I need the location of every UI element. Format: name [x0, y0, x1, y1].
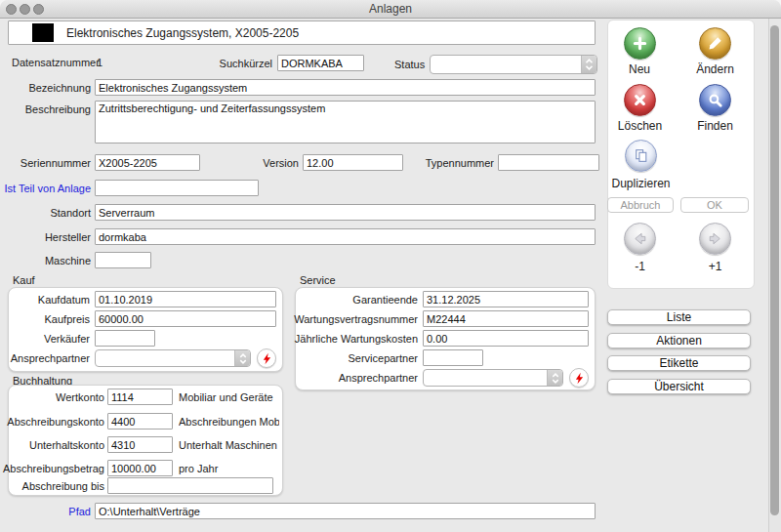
suchkuerzel-label: Suchkürzel — [176, 58, 272, 69]
pfad-link[interactable]: Pfad — [0, 506, 91, 517]
ist-teil-von-anlage-link[interactable]: Ist Teil von Anlage — [0, 183, 91, 194]
next-record-button[interactable] — [699, 223, 731, 255]
kaufpreis-input[interactable] — [95, 310, 276, 327]
typennummer-input[interactable] — [498, 154, 599, 171]
wertkonto-input[interactable] — [107, 389, 173, 405]
arrow-right-icon — [707, 230, 723, 247]
service-ansprechpartner-dropdown[interactable] — [423, 369, 563, 387]
unterhaltskonto-label: Unterhaltskonto — [0, 439, 104, 451]
zoom-button[interactable] — [33, 4, 44, 15]
verkaeufer-input[interactable] — [95, 330, 155, 347]
record-header-title: Elektronisches Zugangssystem, X2005-2205 — [66, 26, 299, 40]
plus-icon — [632, 35, 648, 52]
chevron-updown-icon[interactable] — [581, 56, 596, 73]
close-button[interactable] — [6, 4, 17, 15]
chevron-updown-icon[interactable] — [547, 370, 562, 386]
lightning-icon[interactable] — [569, 368, 589, 388]
version-input[interactable] — [303, 154, 403, 171]
verkaeufer-label: Verkäufer — [0, 333, 90, 345]
record-thumbnail — [32, 23, 54, 42]
kauf-ansprechpartner-dropdown[interactable] — [95, 349, 251, 367]
abschreibungskonto-note: Abschreibungen Mobili — [179, 416, 279, 428]
datensatznummer-value: 1 — [97, 57, 103, 68]
anlagen-window: Anlagen Elektronisches Zugangssystem, X2… — [0, 0, 781, 532]
standort-label: Standort — [0, 207, 91, 219]
finden-button[interactable] — [699, 84, 731, 116]
unterhaltskonto-input[interactable] — [107, 436, 173, 453]
beschreibung-textarea[interactable]: Zutrittsberechtigung- und Zeiterfassungs… — [95, 101, 596, 143]
etikette-button[interactable]: Etikette — [607, 355, 751, 371]
abschreibungskonto-input[interactable] — [107, 413, 173, 430]
jaehrliche-wartungskosten-input[interactable] — [423, 330, 589, 347]
next-record-label: +1 — [700, 260, 730, 273]
maschine-input[interactable] — [95, 252, 151, 268]
abschreibungsbetrag-note: pro Jahr — [179, 463, 279, 474]
bezeichnung-label: Bezeichnung — [0, 82, 91, 94]
aktionen-button[interactable]: Aktionen — [607, 333, 751, 348]
beschreibung-label: Beschreibung — [0, 103, 91, 115]
pencil-icon — [707, 35, 723, 52]
suchkuerzel-input[interactable] — [277, 55, 364, 71]
servicepartner-label: Servicepartner — [293, 352, 418, 364]
status-label: Status — [394, 59, 425, 70]
duplizieren-button[interactable] — [625, 140, 657, 172]
ok-button[interactable]: OK — [680, 197, 749, 213]
typennummer-label: Typennummer — [410, 157, 494, 169]
service-ansprechpartner-label: Ansprechpartner — [293, 372, 418, 384]
garantieende-label: Garantieende — [293, 294, 418, 306]
scrollbar-thumb[interactable] — [770, 25, 779, 515]
close-x-icon — [632, 92, 648, 108]
abschreibung-bis-input[interactable] — [107, 477, 273, 494]
jaehrliche-wartungskosten-label: Jährliche Wartungskosten — [293, 333, 418, 345]
previous-record-button[interactable] — [624, 223, 656, 255]
pfad-input[interactable] — [95, 503, 596, 519]
version-label: Version — [234, 157, 299, 169]
kauf-ansprechpartner-label: Ansprechpartner — [0, 352, 90, 364]
abbruch-button[interactable]: Abbruch — [607, 197, 674, 213]
hersteller-input[interactable] — [95, 228, 596, 245]
ist-teil-von-anlage-input[interactable] — [95, 180, 259, 196]
lightning-icon[interactable] — [257, 348, 276, 368]
garantieende-input[interactable] — [423, 291, 589, 307]
wartungsvertragsnummer-label: Wartungsvertragsnummer — [293, 313, 418, 325]
titlebar[interactable]: Anlagen — [0, 0, 781, 19]
seriennummer-input[interactable] — [95, 154, 200, 171]
aendern-button[interactable] — [699, 27, 731, 60]
status-dropdown[interactable] — [430, 55, 597, 74]
uebersicht-button[interactable]: Übersicht — [607, 379, 751, 394]
servicepartner-input[interactable] — [423, 349, 483, 366]
wartungsvertragsnummer-input[interactable] — [423, 310, 589, 327]
datensatznummer-label: Datensatznummer — [12, 57, 100, 68]
kaufdatum-label: Kaufdatum — [0, 294, 90, 306]
abschreibung-bis-label: Abschreibung bis — [0, 480, 104, 492]
finden-button-label: Finden — [685, 119, 745, 133]
liste-button[interactable]: Liste — [607, 309, 751, 325]
loeschen-button[interactable] — [624, 84, 656, 116]
window-title: Anlagen — [0, 0, 781, 19]
bezeichnung-input[interactable] — [95, 79, 596, 96]
kauf-group-title: Kauf — [13, 274, 35, 286]
chevron-updown-icon[interactable] — [234, 350, 250, 366]
arrow-left-icon — [632, 230, 648, 247]
standort-input[interactable] — [95, 204, 596, 221]
minimize-button[interactable] — [20, 4, 30, 15]
maschine-label: Maschine — [0, 255, 91, 266]
seriennummer-label: Seriennummer — [0, 157, 91, 169]
service-group-title: Service — [300, 274, 336, 286]
loeschen-button-label: Löschen — [607, 119, 673, 133]
abschreibungsbetrag-label: Abschreibungsbetrag — [0, 463, 104, 474]
kaufpreis-label: Kaufpreis — [0, 313, 90, 325]
search-icon — [707, 92, 723, 108]
neu-button[interactable] — [624, 27, 656, 60]
aendern-button-label: Ändern — [683, 62, 747, 76]
wertkonto-note: Mobiliar und Geräte — [179, 391, 279, 403]
duplicate-pages-icon — [633, 147, 649, 164]
kaufdatum-input[interactable] — [95, 291, 276, 307]
neu-button-label: Neu — [610, 62, 669, 76]
abschreibungskonto-label: Abschreibungskonto — [0, 416, 104, 428]
abschreibungsbetrag-input[interactable] — [107, 460, 173, 476]
duplizieren-button-label: Duplizieren — [600, 177, 681, 190]
unterhaltskonto-note: Unterhalt Maschinen un — [179, 439, 279, 451]
wertkonto-label: Wertkonto — [0, 391, 104, 403]
hersteller-label: Hersteller — [0, 231, 91, 243]
